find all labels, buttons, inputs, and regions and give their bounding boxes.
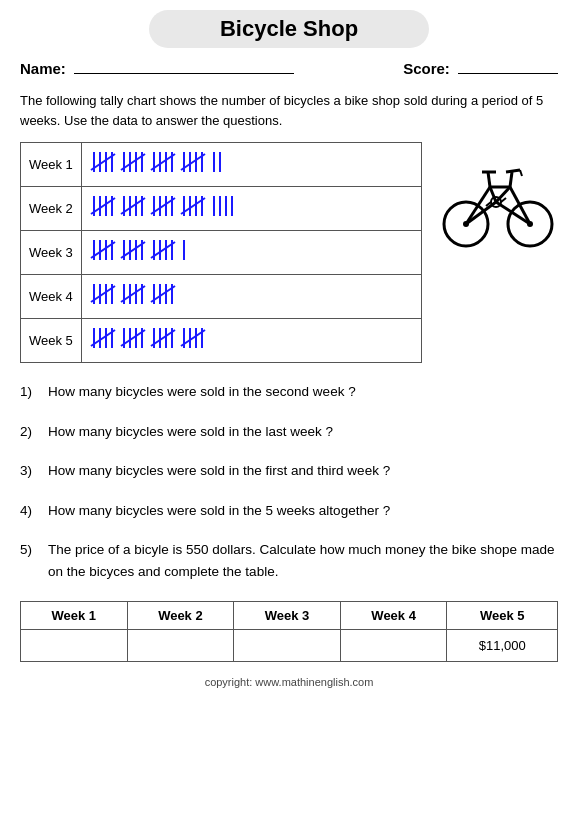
tally-section: Week 1 (20, 142, 558, 363)
question-2: 2) How many bicycles were sold in the la… (20, 421, 558, 443)
price-table: Week 1 Week 2 Week 3 Week 4 Week 5 $11,0… (20, 601, 558, 662)
price-table-header-week1: Week 1 (21, 601, 128, 629)
question-text: The price of a bicyle is 550 dollars. Ca… (48, 539, 558, 582)
svg-line-110 (520, 170, 522, 176)
question-text: How many bicycles were sold in the first… (48, 460, 390, 482)
tally-marks (81, 143, 421, 187)
question-text: How many bicycles were sold in the secon… (48, 381, 356, 403)
week-label: Week 5 (21, 319, 82, 363)
tally-marks (81, 187, 421, 231)
table-row: Week 4 (21, 275, 422, 319)
table-row: Week 5 (21, 319, 422, 363)
price-table-data-row: $11,000 (21, 629, 558, 661)
score-underline (458, 73, 558, 74)
question-4: 4) How many bicycles were sold in the 5 … (20, 500, 558, 522)
price-week3-cell (234, 629, 341, 661)
score-label: Score: (403, 60, 450, 77)
price-week1-cell (21, 629, 128, 661)
question-5: 5) The price of a bicyle is 550 dollars.… (20, 539, 558, 582)
question-number: 5) (20, 539, 42, 582)
page-title: Bicycle Shop (149, 10, 429, 48)
week-label: Week 3 (21, 231, 82, 275)
question-number: 1) (20, 381, 42, 403)
copyright-text: copyright: www.mathinenglish.com (20, 676, 558, 688)
bicycle-svg (438, 152, 558, 252)
svg-line-111 (488, 172, 490, 187)
question-1: 1) How many bicycles were sold in the se… (20, 381, 558, 403)
tally-svg-week3 (90, 236, 320, 264)
question-text: How many bicycles were sold in the last … (48, 421, 333, 443)
question-number: 2) (20, 421, 42, 443)
name-field: Name: (20, 60, 294, 77)
question-text: How many bicycles were sold in the 5 wee… (48, 500, 390, 522)
price-week2-cell (127, 629, 234, 661)
price-table-header-week5: Week 5 (447, 601, 558, 629)
week-label: Week 2 (21, 187, 82, 231)
svg-line-108 (510, 172, 512, 187)
name-label: Name: (20, 60, 66, 77)
price-table-header-week3: Week 3 (234, 601, 341, 629)
table-row: Week 2 (21, 187, 422, 231)
week-label: Week 1 (21, 143, 82, 187)
price-table-header-week2: Week 2 (127, 601, 234, 629)
tally-svg-week1 (90, 148, 320, 176)
svg-line-109 (506, 170, 520, 172)
price-table-header-row: Week 1 Week 2 Week 3 Week 4 Week 5 (21, 601, 558, 629)
intro-text: The following tally chart shows the numb… (20, 91, 558, 130)
tally-marks (81, 231, 421, 275)
score-field: Score: (403, 60, 558, 77)
tally-svg-week5 (90, 324, 320, 352)
question-number: 3) (20, 460, 42, 482)
question-number: 4) (20, 500, 42, 522)
price-week4-cell (340, 629, 447, 661)
bicycle-image (438, 152, 558, 255)
tally-svg-week2 (90, 192, 320, 220)
name-underline (74, 73, 294, 74)
price-week5-cell: $11,000 (447, 629, 558, 661)
tally-svg-week4 (90, 280, 320, 308)
price-table-header-week4: Week 4 (340, 601, 447, 629)
tally-marks (81, 275, 421, 319)
table-row: Week 3 (21, 231, 422, 275)
table-row: Week 1 (21, 143, 422, 187)
questions-section: 1) How many bicycles were sold in the se… (20, 381, 558, 583)
name-score-row: Name: Score: (20, 60, 558, 77)
week-label: Week 4 (21, 275, 82, 319)
tally-table: Week 1 (20, 142, 422, 363)
tally-marks (81, 319, 421, 363)
question-3: 3) How many bicycles were sold in the fi… (20, 460, 558, 482)
svg-line-115 (501, 198, 506, 202)
